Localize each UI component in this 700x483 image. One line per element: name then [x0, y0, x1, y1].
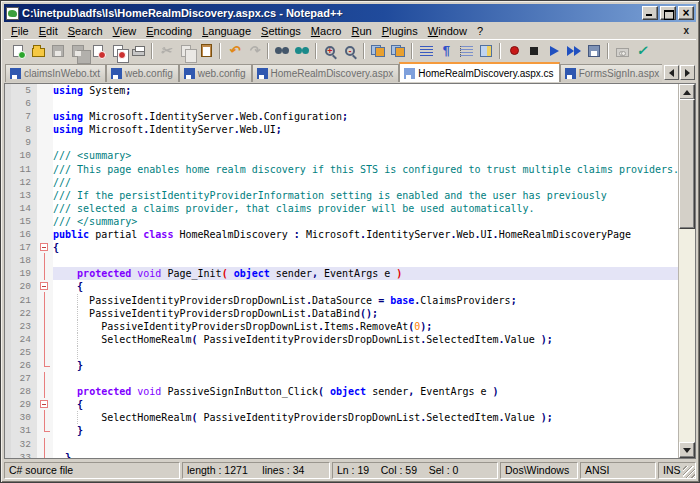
- code-line-6[interactable]: 6: [5, 97, 678, 110]
- print-button[interactable]: [129, 42, 147, 60]
- code-line-28[interactable]: 28 protected void PassiveSignInButton_Cl…: [5, 385, 678, 398]
- code-line-11[interactable]: 11/// This page enables home realm disco…: [5, 163, 678, 176]
- tab-homerealmdiscovery-aspx-cs[interactable]: HomeRealmDiscovery.aspx.cs: [399, 62, 559, 82]
- macro-save-button[interactable]: [585, 42, 603, 60]
- line-number: 20: [5, 280, 37, 293]
- copy-button[interactable]: [177, 42, 195, 60]
- tab-homerealmdiscovery-aspx[interactable]: HomeRealmDiscovery.aspx: [252, 64, 400, 82]
- spell-check-button[interactable]: ✓: [633, 42, 651, 60]
- code-line-8[interactable]: 8using Microsoft.IdentityServer.Web.UI;: [5, 123, 678, 136]
- fold-collapse-icon[interactable]: [37, 241, 53, 254]
- menu-item-view[interactable]: View: [108, 24, 142, 38]
- new-file-button[interactable]: [9, 42, 27, 60]
- code-line-25[interactable]: 25: [5, 346, 678, 359]
- code-line-17[interactable]: 17{: [5, 241, 678, 254]
- menu-item-help[interactable]: ?: [472, 24, 488, 38]
- code-line-16[interactable]: 16public partial class HomeRealmDiscover…: [5, 228, 678, 241]
- zoom-in-button[interactable]: +: [321, 42, 339, 60]
- code-line-21[interactable]: 21 PassiveIdentityProvidersDropDownList.…: [5, 294, 678, 307]
- close-button[interactable]: [678, 6, 694, 20]
- code-line-29[interactable]: 29 {: [5, 398, 678, 411]
- menubar-close-icon[interactable]: x: [676, 25, 696, 36]
- code-line-23[interactable]: 23 PassiveIdentityProvidersDropDownList.…: [5, 320, 678, 333]
- tab-web-config[interactable]: web.config: [179, 64, 252, 82]
- vertical-scrollbar[interactable]: [678, 84, 695, 458]
- macro-record-button[interactable]: [505, 42, 523, 60]
- open-file-button[interactable]: [29, 42, 47, 60]
- scroll-down-button[interactable]: [679, 442, 695, 458]
- word-wrap-button[interactable]: [417, 42, 435, 60]
- code-line-9[interactable]: 9: [5, 136, 678, 149]
- code-line-15[interactable]: 15/// </summary>: [5, 215, 678, 228]
- paste-button[interactable]: [197, 42, 215, 60]
- shortcut-mapper-button[interactable]: [613, 42, 631, 60]
- menu-item-settings[interactable]: Settings: [256, 24, 306, 38]
- code-line-20[interactable]: 20 {: [5, 280, 678, 293]
- menu-item-edit[interactable]: Edit: [34, 24, 63, 38]
- close-all-button[interactable]: [109, 42, 127, 60]
- menu-item-window[interactable]: Window: [423, 24, 472, 38]
- code-line-13[interactable]: 13/// If the persistIdentityProviderInfo…: [5, 189, 678, 202]
- macro-run-multiple-button[interactable]: [565, 42, 583, 60]
- menu-item-search[interactable]: Search: [63, 24, 108, 38]
- show-all-characters-button[interactable]: ¶: [437, 42, 455, 60]
- menu-item-file[interactable]: File: [6, 24, 34, 38]
- code-text: [53, 372, 678, 385]
- minimize-button[interactable]: [642, 6, 658, 20]
- code-line-30[interactable]: 30 SelectHomeRealm( PassiveIdentityProvi…: [5, 411, 678, 424]
- zoom-out-button[interactable]: -: [341, 42, 359, 60]
- indent-guide-button[interactable]: [457, 42, 475, 60]
- menu-item-encoding[interactable]: Encoding: [141, 24, 197, 38]
- menu-item-macro[interactable]: Macro: [306, 24, 347, 38]
- fold-collapse-icon[interactable]: [37, 280, 53, 293]
- tab-scroll-right-button[interactable]: [680, 65, 695, 80]
- resize-grip[interactable]: [683, 466, 695, 478]
- sync-vertical-button[interactable]: [369, 42, 387, 60]
- tab-formssignin-aspx[interactable]: FormsSignIn.aspx: [560, 64, 662, 82]
- title-bar: C:\inetpub\adfs\ls\HomeRealmDiscovery.as…: [4, 4, 696, 22]
- menu-item-run[interactable]: Run: [346, 24, 376, 38]
- code-line-32[interactable]: 32: [5, 438, 678, 451]
- code-line-33[interactable]: 33 }: [5, 451, 678, 458]
- code-line-31[interactable]: 31 }: [5, 424, 678, 437]
- code-line-7[interactable]: 7using Microsoft.IdentityServer.Web.Conf…: [5, 110, 678, 123]
- saved-file-icon: [404, 68, 415, 79]
- document-map-button[interactable]: [477, 42, 495, 60]
- tab-web-config[interactable]: web.config: [106, 64, 179, 82]
- fold-collapse-icon[interactable]: [37, 398, 53, 411]
- code-line-27[interactable]: 27: [5, 372, 678, 385]
- find-button[interactable]: [273, 42, 291, 60]
- code-line-5[interactable]: 5using System;: [5, 84, 678, 97]
- menu-item-plugins[interactable]: Plugins: [377, 24, 423, 38]
- replace-button[interactable]: [293, 42, 311, 60]
- code-line-26[interactable]: 26 }: [5, 359, 678, 372]
- redo-button[interactable]: ↷: [245, 42, 263, 60]
- fold-margin: [37, 411, 53, 424]
- macro-save-icon: [588, 45, 600, 57]
- status-eol-format: Dos\Windows: [500, 462, 578, 479]
- tab-claimsinwebo-txt[interactable]: claimsInWebo.txt: [5, 64, 106, 82]
- tab-label: FormsSignIn.aspx: [579, 68, 660, 79]
- code-line-10[interactable]: 10/// <summary>: [5, 149, 678, 162]
- tab-scroll-left-button[interactable]: [664, 65, 679, 80]
- code-line-19[interactable]: 19 protected void Page_Init( object send…: [5, 267, 678, 280]
- editor-pane[interactable]: 5using System;67using Microsoft.Identity…: [4, 83, 696, 459]
- close-file-button[interactable]: [89, 42, 107, 60]
- undo-button[interactable]: ↶: [225, 42, 243, 60]
- code-line-18[interactable]: 18: [5, 254, 678, 267]
- macro-stop-button[interactable]: [525, 42, 543, 60]
- scrollbar-thumb[interactable]: [679, 99, 695, 229]
- code-line-12[interactable]: 12///: [5, 176, 678, 189]
- code-line-22[interactable]: 22 PassiveIdentityProvidersDropDownList.…: [5, 307, 678, 320]
- sync-horizontal-button[interactable]: [389, 42, 407, 60]
- maximize-button[interactable]: [660, 6, 676, 20]
- cut-button[interactable]: ✂: [157, 42, 175, 60]
- scroll-up-button[interactable]: [679, 84, 695, 100]
- code-line-14[interactable]: 14/// selected a claims provider, that c…: [5, 202, 678, 215]
- menu-item-language[interactable]: Language: [197, 24, 256, 38]
- fold-margin: [37, 307, 53, 320]
- save-file-button[interactable]: [49, 42, 67, 60]
- code-line-24[interactable]: 24 SelectHomeRealm( PassiveIdentityProvi…: [5, 333, 678, 346]
- macro-play-button[interactable]: [545, 42, 563, 60]
- save-all-button[interactable]: [69, 42, 87, 60]
